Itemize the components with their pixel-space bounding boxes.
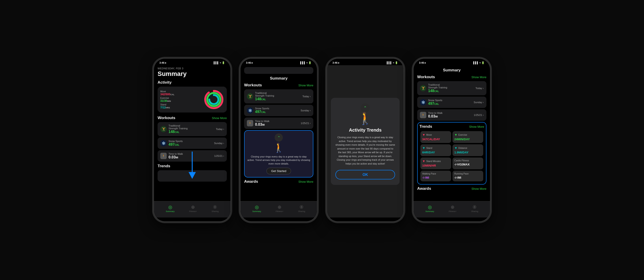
workout-snow-2[interactable]: ❄️ Snow Sports 497CAL Sunday › <box>244 105 313 116</box>
activity-stats: Move 342/500CAL Exercise 31/30MIN Stand … <box>160 90 174 109</box>
phone-1: 3:46 ▸ ▌▌▌ ≈ 🔋 WEDNESDAY, FEB 3 Summary … <box>154 58 231 222</box>
trends-description: Closing your rings every day is a great … <box>247 155 310 165</box>
show-more-trends-4[interactable]: Show More <box>469 125 484 129</box>
status-bar-1: 3:46 ▸ ▌▌▌ ≈ 🔋 <box>154 59 230 65</box>
scroll-down-arrow <box>188 151 197 180</box>
status-bar-2: 3:46 ▸ ▌▌▌ ≈ 🔋 <box>240 59 317 65</box>
ok-button[interactable]: OK <box>336 170 395 179</box>
stand-min-trend-arrow: ▼ <box>422 159 426 163</box>
move-trend-arrow: ▼ <box>422 133 426 137</box>
screen-title-1: Summary <box>158 70 227 78</box>
workouts-section-2: Workouts Show More <box>244 83 313 88</box>
move-row: Move 342/500CAL <box>160 90 174 96</box>
trend-distance: ▼ Distance 1.9MI/DAY <box>452 144 483 156</box>
phone-2: 3:46 ▸ ▌▌▌ ≈ 🔋 Summary Workouts Show Mor… <box>240 58 318 222</box>
workout-walk-2[interactable]: 🚶 Time to Walk 0.03MI 1/25/21 › <box>244 118 313 129</box>
workout-strength-4[interactable]: 🏋️ TraditionalStrength Training 148CAL T… <box>417 81 486 95</box>
exercise-row: Exercise 31/30MIN <box>160 97 174 103</box>
workout-icon-walk-1: 🚶 <box>160 153 167 159</box>
awards-section-4: Awards Show More <box>417 186 486 191</box>
tab-bar-1: ◎ Summary ⊕ Fitness+ ⑧ Sharing <box>154 201 230 218</box>
dialog-chevron-icon: ⌃ <box>361 103 370 113</box>
trend-cardio: Cardio Fitness -/-VO2MAX <box>452 157 483 169</box>
workout-snow-4[interactable]: ❄️ Snow Sports 497CAL Sunday › <box>417 97 486 108</box>
awards-section-2: Awards Show More <box>244 179 313 184</box>
svg-text:▲: ▲ <box>213 90 215 93</box>
trend-move: ▼ Move 347CAL/DAY <box>420 131 451 143</box>
trend-run-pace: Running Pace -/-/MI <box>452 171 483 181</box>
fitness-tab-icon-1: ⊕ <box>191 204 195 210</box>
trend-stand-min: ▼ Stand Minutes 10MIN/HR <box>420 157 451 169</box>
workout-icon-strength-1: 🏋️ <box>160 126 167 132</box>
show-more-workouts-1[interactable]: Show More <box>212 116 227 120</box>
partial-top-card <box>244 67 313 74</box>
activity-title: Activity <box>158 80 172 85</box>
activity-trends-dialog: ⌃ 🚶 Activity Trends Closing your rings e… <box>331 98 400 185</box>
tab-sharing-2[interactable]: ⑧ Sharing <box>298 204 305 213</box>
trend-stand: ▼ Stand 6HR/DAY <box>420 144 451 156</box>
stand-trend-arrow: ▼ <box>422 146 426 150</box>
tab-fitness-2[interactable]: ⊕ Fitness+ <box>276 204 284 213</box>
nav-title-4: Summary <box>417 67 486 75</box>
tab-bar-4: ◎ Summary ⊕ Fitness+ ⑧ Sharing <box>414 201 490 218</box>
sharing-tab-icon-1: ⑧ <box>213 204 217 210</box>
distance-trend-arrow: ▼ <box>454 146 458 150</box>
dialog-text: Closing your rings every day is a great … <box>336 136 395 165</box>
trends-card-highlighted[interactable]: ⌃ 🚶 Closing your rings every day is a gr… <box>244 130 313 177</box>
dialog-title: Activity Trends <box>336 128 395 133</box>
phone-3: 3:46 ▸ ▌▌▌ ≈ 🔋 ⌃ 🚶 Activity Trends Closi… <box>326 58 404 222</box>
svg-marker-8 <box>188 172 196 179</box>
tab-summary-2[interactable]: ◎ Summary <box>252 204 261 213</box>
tab-sharing-1[interactable]: ⑧ Sharing <box>212 204 218 213</box>
workout-item-strength-1[interactable]: 🏋️ TraditionalStrength Training 148CAL T… <box>158 122 227 136</box>
date-label-1: WEDNESDAY, FEB 3 <box>158 67 227 70</box>
dialog-walk-icon: 🚶 <box>358 113 372 124</box>
nav-title-2: Summary <box>244 75 313 83</box>
workout-strength-2[interactable]: 🏋️ TraditionalStrength Training 148CAL T… <box>244 89 313 103</box>
trends-grid: ▼ Move 347CAL/DAY ▼ Exercise 24MIN/DAY <box>420 130 484 182</box>
status-bar-4: 3:46 ▸ ▌▌▌ ≈ 🔋 <box>414 59 490 65</box>
tab-fitness-4[interactable]: ⊕ Fitness+ <box>449 204 456 213</box>
workouts-section-1: Workouts Show More <box>158 116 227 120</box>
activity-section-header: Activity <box>158 80 227 85</box>
workout-walk-4[interactable]: 🚶 Time to Walk 0.03MI 1/25/21 › <box>417 109 486 121</box>
tab-sharing-4[interactable]: ⑧ Sharing <box>471 204 478 213</box>
workout-item-snow-1[interactable]: ❄️ Snow Sports 497CAL Sunday › <box>158 138 227 149</box>
activity-rings: ▲ <box>204 89 224 110</box>
time-1: 3:46 ▸ <box>160 61 166 64</box>
exercise-trend-arrow: ▼ <box>454 133 458 137</box>
trend-walk-pace: Walking Pace -/-/MI <box>420 171 451 181</box>
status-bar-3: 3:46 ▸ ▌▌▌ ≈ 🔋 <box>327 59 404 65</box>
trends-grid-highlighted: Trends Show More ▼ Move 347CAL/DAY <box>417 122 486 185</box>
workouts-section-4: Workouts Show More <box>417 75 486 79</box>
trends-header-4: Trends Show More <box>420 124 484 129</box>
show-more-awards-4[interactable]: Show More <box>472 187 486 190</box>
stand-row: Stand 7/12HRS <box>160 103 174 109</box>
workout-icon-snow-1: ❄️ <box>160 140 167 146</box>
tab-summary-1[interactable]: ◎ Summary <box>166 204 175 213</box>
activity-card: Move 342/500CAL Exercise 31/30MIN Stand … <box>158 87 227 113</box>
show-more-workouts-4[interactable]: Show More <box>472 75 486 79</box>
trends-icons: ⌃ 🚶 <box>273 134 284 153</box>
show-more-2[interactable]: Show More <box>298 84 313 87</box>
show-more-awards-2[interactable]: Show More <box>298 180 313 183</box>
summary-tab-icon-1: ◎ <box>168 204 172 210</box>
trend-exercise: ▼ Exercise 24MIN/DAY <box>452 131 483 143</box>
tab-summary-4[interactable]: ◎ Summary <box>426 204 434 213</box>
signal-1: ▌▌▌ ≈ 🔋 <box>214 61 225 64</box>
phone-4: 3:46 ▸ ▌▌▌ ≈ 🔋 Summary Workouts Show Mor… <box>413 58 490 222</box>
tab-fitness-1[interactable]: ⊕ Fitness+ <box>189 204 197 213</box>
get-started-button[interactable]: Get Started <box>266 168 291 174</box>
tab-bar-2: ◎ Summary ⊕ Fitness+ ⑧ Sharing <box>240 201 317 218</box>
